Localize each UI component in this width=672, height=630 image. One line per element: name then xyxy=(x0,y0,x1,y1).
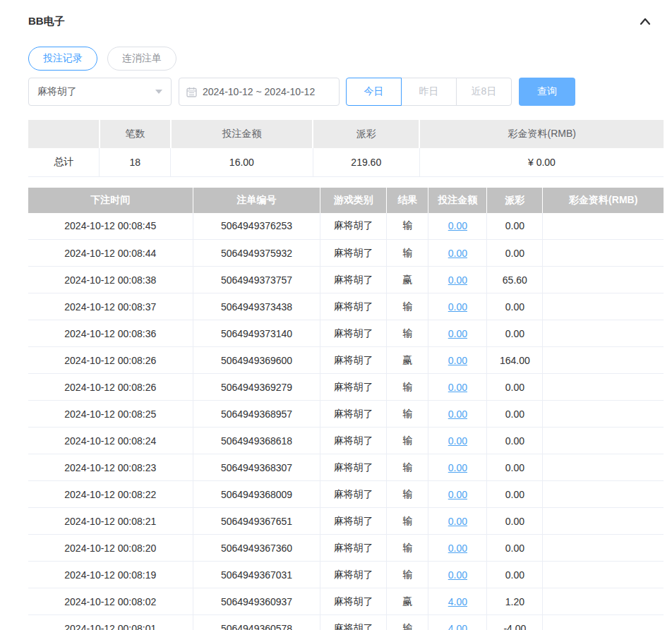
date-range-value: 2024-10-12 ~ 2024-10-12 xyxy=(203,86,315,97)
cell-payout: 0.00 xyxy=(487,213,543,240)
summary-col-payout: 派彩 xyxy=(313,120,419,148)
bet-amount-link[interactable]: 0.00 xyxy=(448,516,467,527)
bet-amount-link[interactable]: 0.00 xyxy=(448,248,467,259)
cell-order-number: 5064949367651 xyxy=(193,508,320,535)
cell-game-type: 麻将胡了 xyxy=(320,240,387,267)
table-row: 2024-10-12 00:08:36 5064949373140 麻将胡了 输… xyxy=(28,320,664,347)
cell-bonus xyxy=(543,588,664,615)
bet-amount-link[interactable]: 0.00 xyxy=(448,543,467,554)
cell-bet-time: 2024-10-12 00:08:37 xyxy=(28,293,193,320)
bet-amount-link[interactable]: 0.00 xyxy=(448,355,467,366)
cell-payout: 0.00 xyxy=(487,508,543,535)
cell-bet-amount: 0.00 xyxy=(428,347,487,374)
cell-bonus xyxy=(543,240,664,267)
cell-game-type: 麻将胡了 xyxy=(320,508,387,535)
cell-bonus xyxy=(543,428,664,454)
cell-payout: 0.00 xyxy=(487,374,543,401)
cell-bonus xyxy=(543,481,664,508)
bet-amount-link[interactable]: 0.00 xyxy=(448,328,467,339)
table-row: 2024-10-12 00:08:22 5064949368009 麻将胡了 输… xyxy=(28,481,664,508)
cell-bet-time: 2024-10-12 00:08:38 xyxy=(28,267,193,293)
cell-bonus xyxy=(543,535,664,562)
cell-order-number: 5064949368957 xyxy=(193,401,320,428)
filter-bar: 麻将胡了 2024-10-12 ~ 2024-10-12 今日 昨日 近8日 查… xyxy=(28,78,664,106)
col-payout: 派彩 xyxy=(487,188,543,213)
tab-cancelled-orders[interactable]: 连消注单 xyxy=(107,47,176,71)
cell-bonus xyxy=(543,213,664,240)
bet-amount-link[interactable]: 0.00 xyxy=(448,435,467,447)
cell-bet-time: 2024-10-12 00:08:19 xyxy=(28,562,193,588)
bet-amount-link[interactable]: 4.00 xyxy=(448,596,467,607)
bet-amount-link[interactable]: 0.00 xyxy=(448,382,467,393)
cell-bonus xyxy=(543,347,664,374)
summary-col-bet-amount: 投注金额 xyxy=(171,120,313,148)
cell-game-type: 麻将胡了 xyxy=(320,267,387,293)
last-8-days-button[interactable]: 近8日 xyxy=(456,78,512,106)
cell-bet-time: 2024-10-12 00:08:25 xyxy=(28,401,193,428)
query-button[interactable]: 查询 xyxy=(519,78,575,106)
table-row: 2024-10-12 00:08:45 5064949376253 麻将胡了 输… xyxy=(28,213,664,240)
table-row: 2024-10-12 00:08:37 5064949373438 麻将胡了 输… xyxy=(28,293,664,320)
bet-amount-link[interactable]: 4.00 xyxy=(448,623,467,630)
panel-header: BB电子 xyxy=(28,13,664,30)
cell-game-type: 麻将胡了 xyxy=(320,535,387,562)
cell-payout: 0.00 xyxy=(487,454,543,481)
today-button[interactable]: 今日 xyxy=(346,78,402,106)
bet-amount-link[interactable]: 0.00 xyxy=(448,220,467,231)
cell-payout: 0.00 xyxy=(487,562,543,588)
table-row: 2024-10-12 00:08:01 5064949360578 麻将胡了 输… xyxy=(28,615,664,630)
summary-col-count: 笔数 xyxy=(100,120,171,148)
cell-payout: 0.00 xyxy=(487,293,543,320)
cell-result: 赢 xyxy=(387,588,428,615)
tab-bet-records[interactable]: 投注记录 xyxy=(28,47,97,71)
cell-order-number: 5064949368307 xyxy=(193,454,320,481)
cell-result: 输 xyxy=(387,481,428,508)
cell-bet-amount: 0.00 xyxy=(428,320,487,347)
cell-game-type: 麻将胡了 xyxy=(320,401,387,428)
cell-order-number: 5064949376253 xyxy=(193,213,320,240)
cell-game-type: 麻将胡了 xyxy=(320,454,387,481)
cell-order-number: 5064949360578 xyxy=(193,615,320,630)
cell-result: 输 xyxy=(387,293,428,320)
col-bet-time: 下注时间 xyxy=(28,188,193,213)
date-range-picker[interactable]: 2024-10-12 ~ 2024-10-12 xyxy=(179,78,340,106)
cell-game-type: 麻将胡了 xyxy=(320,562,387,588)
summary-col-bonus: 彩金资料(RMB) xyxy=(419,120,664,148)
cell-bonus xyxy=(543,562,664,588)
summary-col-blank xyxy=(28,120,100,148)
table-row: 2024-10-12 00:08:26 5064949369279 麻将胡了 输… xyxy=(28,374,664,401)
table-row: 2024-10-12 00:08:26 5064949369600 麻将胡了 赢… xyxy=(28,347,664,374)
bet-amount-link[interactable]: 0.00 xyxy=(448,462,467,473)
cell-result: 赢 xyxy=(387,267,428,293)
cell-bonus xyxy=(543,374,664,401)
calendar-icon xyxy=(186,87,197,97)
collapse-button[interactable] xyxy=(637,14,654,28)
cell-bet-time: 2024-10-12 00:08:02 xyxy=(28,588,193,615)
cell-game-type: 麻将胡了 xyxy=(320,615,387,630)
bet-amount-link[interactable]: 0.00 xyxy=(448,489,467,500)
cell-payout: 0.00 xyxy=(487,428,543,454)
summary-total-row: 总计 18 16.00 219.60 ¥ 0.00 xyxy=(28,148,664,176)
cell-payout: 65.60 xyxy=(487,267,543,293)
bet-amount-link[interactable]: 0.00 xyxy=(448,569,467,581)
bet-amount-link[interactable]: 0.00 xyxy=(448,408,467,420)
cell-order-number: 5064949369600 xyxy=(193,347,320,374)
bet-amount-link[interactable]: 0.00 xyxy=(448,301,467,313)
cell-result: 输 xyxy=(387,320,428,347)
cell-payout: 0.00 xyxy=(487,535,543,562)
cell-bet-time: 2024-10-12 00:08:26 xyxy=(28,347,193,374)
cell-bet-amount: 0.00 xyxy=(428,240,487,267)
bet-amount-link[interactable]: 0.00 xyxy=(448,274,467,286)
cell-game-type: 麻将胡了 xyxy=(320,213,387,240)
quick-date-buttons: 今日 昨日 近8日 xyxy=(346,78,512,106)
cell-order-number: 5064949373438 xyxy=(193,293,320,320)
cell-bet-amount: 0.00 xyxy=(428,374,487,401)
cell-bet-amount: 0.00 xyxy=(428,293,487,320)
cell-payout: -4.00 xyxy=(487,615,543,630)
yesterday-button[interactable]: 昨日 xyxy=(401,78,457,106)
cell-result: 输 xyxy=(387,615,428,630)
cell-bet-time: 2024-10-12 00:08:26 xyxy=(28,374,193,401)
game-select[interactable]: 麻将胡了 xyxy=(28,78,172,106)
summary-header-row: 笔数 投注金额 派彩 彩金资料(RMB) xyxy=(28,120,664,148)
cell-bet-time: 2024-10-12 00:08:20 xyxy=(28,535,193,562)
